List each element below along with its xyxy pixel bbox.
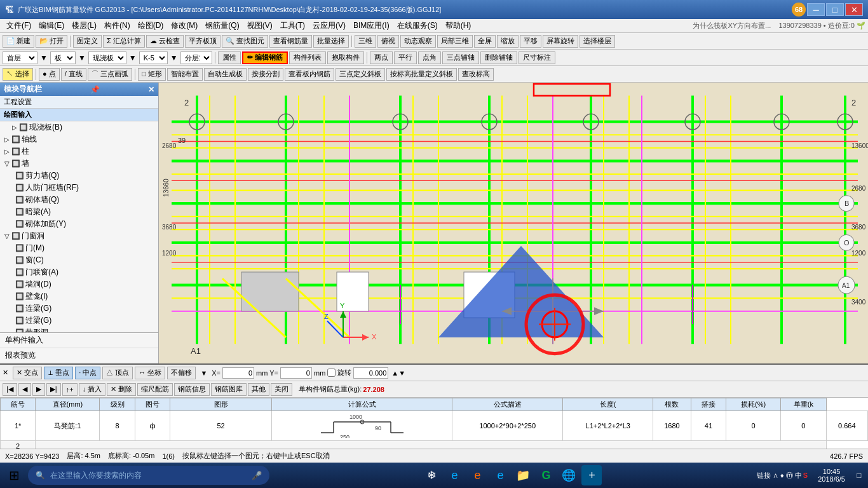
tree-item-door-window-combo[interactable]: 🔲 门联窗(A) xyxy=(0,266,158,278)
tree-toggle[interactable]: ▷ xyxy=(3,148,11,155)
nav-last-button[interactable]: ▶| xyxy=(46,383,61,396)
no-offset-button[interactable]: 不偏移 xyxy=(167,367,196,379)
dynamic-view-button[interactable]: 动态观察 xyxy=(400,35,436,48)
y-input[interactable]: 0 xyxy=(280,367,312,379)
tree-toggle-expand[interactable]: ▽ xyxy=(3,160,11,167)
fullscreen-button[interactable]: 全屏 xyxy=(474,35,496,48)
type-select[interactable]: 板 xyxy=(50,51,76,64)
view-slab-rebar-button[interactable]: 查看板内钢筋 xyxy=(285,68,334,81)
angle-button[interactable]: 点角 xyxy=(418,51,441,64)
tree-item-civil-defense[interactable]: 🔲 人防门框墙(RF) xyxy=(0,182,158,194)
rect-button[interactable]: □ 矩形 xyxy=(138,68,166,81)
other-button[interactable]: 其他 xyxy=(248,383,269,396)
layer-select[interactable]: 首层 xyxy=(3,51,37,64)
two-points-button[interactable]: 两点 xyxy=(370,51,393,64)
snap-close-icon[interactable]: ✕ xyxy=(3,369,8,377)
drawing-area[interactable]: 39 13660 2680 3680 1200 13600 2680 3680 … xyxy=(159,83,868,363)
panel-close-button[interactable]: ✕ xyxy=(148,85,154,94)
menu-file[interactable]: 文件(F) xyxy=(3,19,35,32)
edit-rebar-button[interactable]: ✏ 编辑钢筋 xyxy=(242,51,288,64)
view-rebar-button[interactable]: 查看钢筋量 xyxy=(269,35,312,48)
rotate-input[interactable]: 0.000 xyxy=(353,367,388,379)
tree-item-door-window[interactable]: ▽ 🔲 门窗洞 xyxy=(0,230,158,242)
tree-item-masonry-rebar[interactable]: 🔲 砌体加筋(Y) xyxy=(0,218,158,230)
taskbar-icon-ie2[interactable]: e xyxy=(467,465,487,485)
scale-rebar-button[interactable]: 缩尺配筋 xyxy=(137,383,173,396)
maximize-button[interactable]: □ xyxy=(826,3,844,16)
taskbar-icon-folder[interactable]: 📁 xyxy=(513,465,533,485)
grade-select[interactable]: K-5 xyxy=(139,51,168,64)
subtype-select[interactable]: 现浇板 xyxy=(88,51,126,64)
single-component-button[interactable]: 单构件输入 xyxy=(0,333,158,348)
tree-toggle-expand[interactable]: ▽ xyxy=(3,233,11,240)
tree-toggle[interactable]: ▷ xyxy=(10,124,19,131)
minimize-button[interactable]: ─ xyxy=(807,3,825,16)
intersection-snap-button[interactable]: ✕ 交点 xyxy=(13,367,42,379)
property-button[interactable]: 属性 xyxy=(218,51,241,64)
tree-item-wall-opening[interactable]: 🔲 墙洞(D) xyxy=(0,278,158,290)
cloud-check-button[interactable]: ☁ 云检查 xyxy=(146,35,184,48)
menu-floor[interactable]: 楼层(L) xyxy=(68,19,100,32)
menu-cloud[interactable]: 云应用(V) xyxy=(309,19,349,32)
tree-item-window[interactable]: 🔲 窗(C) xyxy=(0,254,158,266)
taskbar-icon-fan[interactable]: ❄ xyxy=(421,465,442,485)
tree-item-coupling-beam[interactable]: 🔲 连梁(G) xyxy=(0,302,158,315)
section-draw[interactable]: 绘图输入 xyxy=(0,109,158,121)
midpoint-snap-button[interactable]: · 中点 xyxy=(75,367,100,379)
insert-button[interactable]: ↓ 插入 xyxy=(79,383,106,396)
tree-item-slab[interactable]: ▷ 🔲 现浇板(B) xyxy=(0,121,158,133)
rotate-checkbox[interactable] xyxy=(327,369,336,377)
tree-item-col[interactable]: ▷ 🔲 柱 xyxy=(0,146,158,158)
view-height-button[interactable]: 查改标高 xyxy=(458,68,494,81)
menu-view[interactable]: 视图(V) xyxy=(243,19,276,32)
nav-first-button[interactable]: |◀ xyxy=(3,383,17,396)
top-view-button[interactable]: 俯视 xyxy=(377,35,399,48)
taskbar-icon-ie[interactable]: e xyxy=(444,465,465,485)
table-row[interactable]: 1* 马凳筋:1 8 ф 52 1000 xyxy=(1,411,868,441)
local-3d-button[interactable]: 局部三维 xyxy=(437,35,473,48)
table-row-2[interactable]: 2 xyxy=(1,441,868,449)
start-button[interactable]: ⊞ xyxy=(3,465,25,485)
pick-component-button[interactable]: 抱取构件 xyxy=(327,51,364,64)
taskbar-icon-globe[interactable]: 🌐 xyxy=(559,465,579,485)
taskbar-icon-plus[interactable]: + xyxy=(581,465,602,485)
panel-pin-icon[interactable]: 📌 xyxy=(90,85,100,94)
tree-item-lintel[interactable]: 🔲 过梁(G) xyxy=(0,315,158,327)
tree-item-niche[interactable]: 🔲 壁龛(I) xyxy=(0,290,158,302)
menu-help[interactable]: 帮助(H) xyxy=(442,19,475,32)
smart-layout-button[interactable]: 智能布置 xyxy=(167,68,203,81)
select-tool-button[interactable]: ↖ 选择 xyxy=(3,68,33,81)
menu-rebar[interactable]: 钢筋量(Q) xyxy=(201,19,243,32)
close-table-button[interactable]: 关闭 xyxy=(271,383,292,396)
tree-item-shear-wall[interactable]: 🔲 剪力墙(Q) xyxy=(0,170,158,182)
sum-calc-button[interactable]: Σ 汇总计算 xyxy=(103,35,145,48)
tree-item-masonry-wall[interactable]: 🔲 砌体墙(Q) xyxy=(0,194,158,206)
define-slope-button[interactable]: 三点定义斜板 xyxy=(336,68,385,81)
find-element-button[interactable]: 🔍 查找图元 xyxy=(222,35,268,48)
screen-rotate-button[interactable]: 屏幕旋转 xyxy=(543,35,578,48)
menu-draw[interactable]: 绘图(D) xyxy=(134,19,168,32)
three-point-aux-button[interactable]: 三点辅轴 xyxy=(442,51,479,64)
menu-edit[interactable]: 编辑(E) xyxy=(35,19,68,32)
taskbar-notification[interactable]: □ xyxy=(853,466,865,485)
tree-item-axis[interactable]: ▷ 🔲 轴线 xyxy=(0,133,158,146)
point-button[interactable]: ● 点 xyxy=(39,68,60,81)
pan-button[interactable]: 平移 xyxy=(520,35,541,48)
report-preview-button[interactable]: 报表预览 xyxy=(0,348,158,363)
menu-component[interactable]: 构件(N) xyxy=(100,19,134,32)
batch-select-button[interactable]: 批量选择 xyxy=(313,35,349,48)
rebar-gallery-button[interactable]: 钢筋图库 xyxy=(211,383,247,396)
component-list-button[interactable]: 构件列表 xyxy=(289,51,326,64)
new-button[interactable]: 📄新建 xyxy=(3,35,34,48)
tree-item-wall[interactable]: ▽ 🔲 墙 xyxy=(0,158,158,170)
apex-snap-button[interactable]: △ 顶点 xyxy=(102,367,133,379)
line-button[interactable]: / 直线 xyxy=(61,68,86,81)
dimension-button[interactable]: 尺寸标注 xyxy=(519,51,555,64)
section-project[interactable]: 工程设置 xyxy=(0,96,158,109)
tree-toggle[interactable]: ▷ xyxy=(3,136,11,143)
add-row-button[interactable]: ↑+ xyxy=(62,383,78,396)
3d-button[interactable]: 三维 xyxy=(355,35,376,48)
level-select[interactable]: 分层1 xyxy=(180,51,212,64)
tree-item-door[interactable]: 🔲 门(M) xyxy=(0,242,158,254)
tree-item-dark-beam[interactable]: 🔲 暗梁(A) xyxy=(0,206,158,218)
